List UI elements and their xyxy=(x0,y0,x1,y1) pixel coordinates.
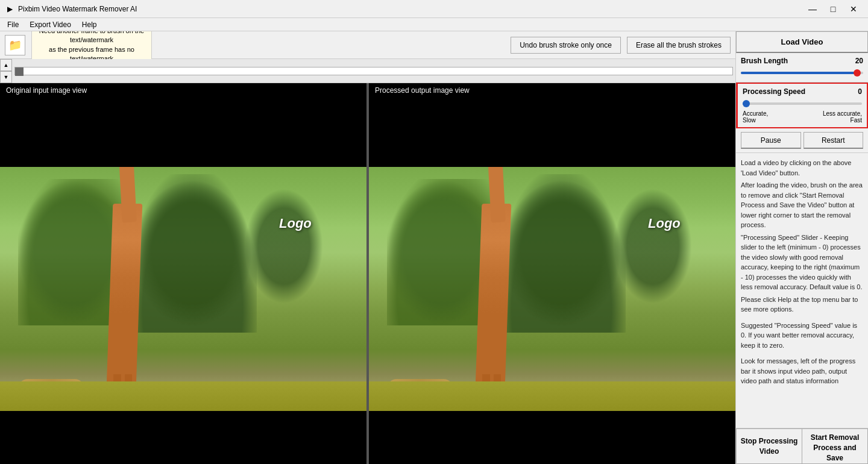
help-text-area: Load a video by clicking on the above 'L… xyxy=(736,153,868,428)
tooltip-text: Need another frame to brush on the text/… xyxy=(39,31,144,43)
menu-bar: File Export Video Help xyxy=(0,18,868,31)
processing-speed-value: 0 xyxy=(858,87,862,96)
help-paragraph-1: Load a video by clicking on the above 'L… xyxy=(741,158,863,178)
title-bar-controls: — □ ✕ xyxy=(803,2,863,16)
brush-length-section: Brush Length 20 xyxy=(736,53,868,83)
image-views: Original input image view xyxy=(0,83,735,464)
timeline-area: ▲ ▼ xyxy=(0,59,735,83)
speed-right-labels: Less accurate, Fast xyxy=(823,110,862,124)
scroll-up-arrow[interactable]: ▲ xyxy=(0,59,12,71)
app-title: Pixbim Video Watermark Remover AI xyxy=(18,5,137,13)
minimize-button[interactable]: — xyxy=(803,2,822,16)
help-paragraph-6: Look for messages, left of the progress … xyxy=(741,356,863,386)
processing-speed-track xyxy=(743,102,862,105)
brush-length-slider-container[interactable] xyxy=(741,67,863,78)
timeline-thumb[interactable] xyxy=(15,67,24,76)
help-paragraph-4: Please click Help at the top menu bar to… xyxy=(741,295,863,315)
left-area: 📁 Need another frame to brush on the tex… xyxy=(0,31,735,464)
processing-speed-thumb[interactable] xyxy=(743,100,750,107)
pause-button[interactable]: Pause xyxy=(741,132,801,149)
title-bar: ▶ Pixbim Video Watermark Remover AI — □ … xyxy=(0,0,868,18)
folder-icon: 📁 xyxy=(8,39,22,52)
original-logo-text: Logo xyxy=(279,216,312,231)
original-image-label: Original input image view xyxy=(4,86,89,95)
main-container: 📁 Need another frame to brush on the tex… xyxy=(0,31,868,464)
app-icon: ▶ xyxy=(5,4,14,14)
bottom-buttons: Stop Processing Video Start Removal Proc… xyxy=(736,428,868,464)
processed-image-panel: Processed output image view xyxy=(369,83,735,464)
scroll-arrows: ▲ ▼ xyxy=(0,59,12,83)
processed-image-label: Processed output image view xyxy=(373,86,472,95)
menu-file[interactable]: File xyxy=(2,19,24,30)
help-paragraph-5: Suggested "Processing Speed" value is 0.… xyxy=(741,321,863,351)
maximize-button[interactable]: □ xyxy=(823,2,843,16)
processing-speed-slider-container[interactable] xyxy=(743,98,862,109)
start-removal-button[interactable]: Start Removal Process and Save the Video xyxy=(802,428,868,464)
restart-button[interactable]: Restart xyxy=(804,132,864,149)
menu-help[interactable]: Help xyxy=(77,19,102,30)
pause-restart-row: Pause Restart xyxy=(736,128,868,153)
brush-length-value: 20 xyxy=(855,57,863,65)
stop-processing-button[interactable]: Stop Processing Video xyxy=(736,428,802,464)
menu-export-video[interactable]: Export Video xyxy=(25,19,76,30)
open-folder-button[interactable]: 📁 xyxy=(5,35,25,55)
speed-left-labels: Accurate, Slow xyxy=(743,110,768,124)
load-video-button[interactable]: Load Video xyxy=(736,31,868,53)
help-paragraph-2: After loading the video, brush on the ar… xyxy=(741,180,863,230)
erase-strokes-button[interactable]: Erase all the brush strokes xyxy=(627,37,731,54)
toolbar: 📁 Need another frame to brush on the tex… xyxy=(0,31,735,59)
close-button[interactable]: ✕ xyxy=(844,2,863,16)
processed-logo-text: Logo xyxy=(648,216,681,231)
brush-length-track xyxy=(741,72,863,74)
speed-labels: Accurate, Slow Less accurate, Fast xyxy=(743,110,862,124)
timeline-track[interactable] xyxy=(14,67,733,75)
scroll-down-arrow[interactable]: ▼ xyxy=(0,71,12,83)
processing-speed-label: Processing Speed 0 xyxy=(743,87,862,96)
original-image-canvas[interactable]: Logo xyxy=(0,83,366,464)
help-paragraph-3: "Processing Speed" Slider - Keeping slid… xyxy=(741,233,863,292)
title-bar-left: ▶ Pixbim Video Watermark Remover AI xyxy=(5,4,137,14)
brush-length-label: Brush Length 20 xyxy=(741,57,863,65)
right-sidebar: Load Video Brush Length 20 Processing Sp… xyxy=(735,31,868,464)
processed-image-canvas[interactable]: Logo xyxy=(369,83,735,464)
brush-length-thumb[interactable] xyxy=(854,69,861,77)
processing-speed-section: Processing Speed 0 Accurate, Slow Less a… xyxy=(736,83,868,128)
undo-brush-button[interactable]: Undo brush stroke only once xyxy=(511,37,621,54)
brush-length-fill xyxy=(741,72,857,74)
original-image-panel: Original input image view xyxy=(0,83,366,464)
